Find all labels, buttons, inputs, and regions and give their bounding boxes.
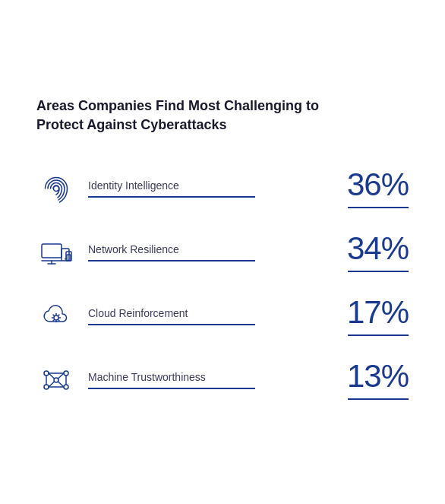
label-block: Identity Intelligence (88, 179, 255, 198)
percent-underline (348, 207, 409, 208)
percent-value: 34% (347, 233, 409, 265)
svg-rect-1 (42, 244, 62, 258)
item-left: Cloud Reinforcement (36, 296, 340, 336)
label-underline (88, 196, 255, 198)
percent-block: 34% (340, 233, 409, 272)
svg-line-26 (49, 382, 55, 387)
percent-value: 17% (347, 296, 409, 328)
item-label: Identity Intelligence (88, 179, 255, 192)
percent-underline (348, 271, 409, 272)
main-card: Areas Companies Find Most Challenging to… (15, 72, 430, 432)
label-underline (88, 324, 255, 325)
item-label: Network Resilience (88, 243, 255, 255)
svg-point-10 (54, 315, 58, 320)
item-label: Cloud Reinforcement (88, 307, 255, 319)
svg-line-25 (58, 373, 65, 379)
svg-point-20 (44, 371, 49, 376)
list-item: Network Resilience 34% (36, 219, 409, 283)
label-underline (88, 260, 255, 262)
percent-underline (348, 334, 409, 336)
list-item: Cloud Reinforcement 17% (36, 283, 409, 347)
svg-line-27 (58, 382, 65, 387)
svg-line-16 (58, 320, 59, 321)
svg-line-18 (53, 320, 54, 321)
svg-point-21 (64, 371, 68, 376)
item-left: Machine Trustworthiness (36, 360, 340, 400)
fingerprint-icon (36, 169, 76, 208)
percent-block: 13% (340, 360, 409, 400)
list-item: Machine Trustworthiness 13% (36, 347, 409, 410)
percent-value: 36% (347, 169, 409, 201)
cloud-icon (36, 296, 76, 336)
label-underline (88, 388, 255, 389)
svg-line-24 (49, 373, 55, 379)
item-left: Network Resilience (36, 233, 340, 272)
svg-line-15 (53, 315, 54, 315)
label-block: Machine Trustworthiness (88, 371, 255, 389)
svg-line-17 (58, 315, 59, 315)
percent-value: 13% (347, 360, 409, 392)
svg-point-22 (44, 385, 49, 389)
svg-point-23 (64, 385, 68, 389)
percent-underline (348, 398, 409, 400)
network-icon (36, 360, 76, 400)
label-block: Cloud Reinforcement (88, 307, 255, 325)
list-item: Identity Intelligence 36% (36, 155, 409, 219)
chart-title: Areas Companies Find Most Challenging to… (36, 97, 355, 134)
devices-icon (36, 233, 76, 272)
percent-block: 17% (340, 296, 409, 336)
label-block: Network Resilience (88, 243, 255, 262)
item-left: Identity Intelligence (36, 169, 340, 208)
percent-block: 36% (340, 169, 409, 208)
item-label: Machine Trustworthiness (88, 371, 255, 383)
